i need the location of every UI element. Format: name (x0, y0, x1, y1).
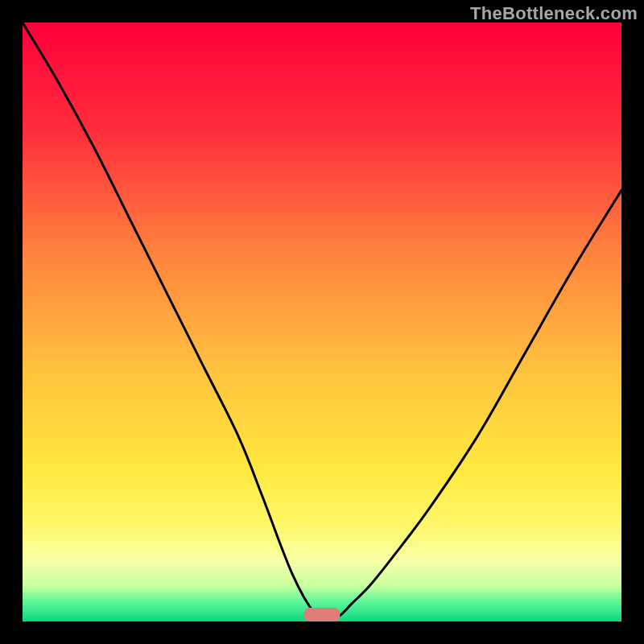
bottleneck-chart (0, 0, 644, 644)
gradient-background (23, 23, 621, 621)
bottom-marker (304, 608, 341, 621)
watermark-text: TheBottleneck.com (470, 3, 638, 24)
chart-container: TheBottleneck.com (0, 0, 644, 644)
